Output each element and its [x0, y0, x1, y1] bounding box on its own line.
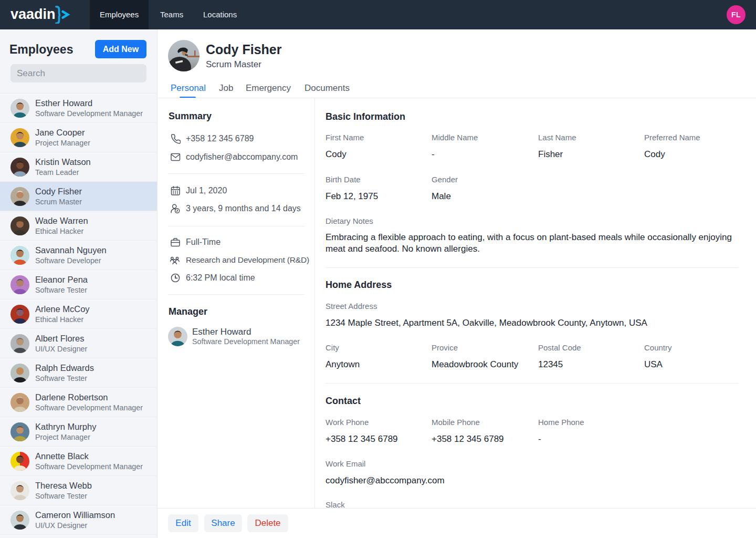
- svg-text:vaadin: vaadin: [10, 6, 56, 22]
